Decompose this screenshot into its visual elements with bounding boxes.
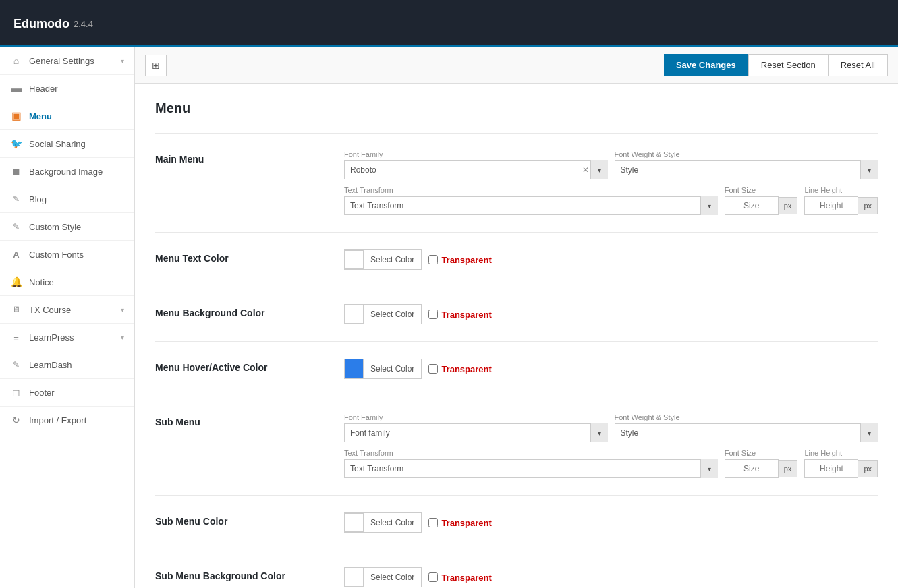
social-icon: 🐦 xyxy=(10,138,22,150)
main-menu-section: Main Menu Font Family Roboto ✕ ▾ xyxy=(155,133,878,232)
import-export-icon: ↻ xyxy=(10,414,22,426)
sub-line-height-label: Line Height xyxy=(804,449,878,457)
menu-text-transparent-wrap: Transparent xyxy=(428,255,491,265)
sub-menu-transparent-label: Transparent xyxy=(441,518,491,528)
menu-text-color-picker[interactable]: Select Color xyxy=(344,249,422,270)
main-menu-label: Main Menu xyxy=(155,150,344,165)
header-icon: ▬ xyxy=(10,82,22,94)
menu-bg-color-label: Menu Background Color xyxy=(155,304,344,318)
menu-bg-color-picker[interactable]: Select Color xyxy=(344,304,422,324)
font-family-select-wrap: Roboto ✕ ▾ xyxy=(344,160,608,179)
sub-menu-transparent-checkbox[interactable] xyxy=(428,518,438,527)
menu-hover-transparent-wrap: Transparent xyxy=(428,364,491,374)
menu-hover-transparent-checkbox[interactable] xyxy=(428,364,438,374)
sub-menu-color-section: Sub Menu Color Select Color Transparent xyxy=(155,495,878,550)
sidebar-item-learndash[interactable]: ✎ LearnDash xyxy=(0,351,134,379)
sub-font-size-input-wrap: px xyxy=(725,459,798,478)
menu-bg-transparent-wrap: Transparent xyxy=(428,310,491,320)
sub-menu-bg-color-picker[interactable]: Select Color xyxy=(344,567,422,587)
font-size-unit: px xyxy=(779,197,798,214)
reset-section-button[interactable]: Reset Section xyxy=(748,54,829,76)
sub-font-size-unit: px xyxy=(779,460,798,477)
sidebar-item-custom-style[interactable]: ✎ Custom Style xyxy=(0,213,134,241)
sidebar-item-background-image[interactable]: ◼ Background Image xyxy=(0,158,134,185)
top-bar: Edumodo 2.4.4 xyxy=(0,0,898,47)
menu-text-color-controls: Select Color Transparent xyxy=(344,249,878,270)
sub-font-row1: Font Family Font family ▾ Font Weight & … xyxy=(344,413,878,442)
font-family-select[interactable]: Roboto xyxy=(344,160,608,179)
font-row2: Text Transform Text Transform ▾ Font Siz… xyxy=(344,186,878,215)
sub-line-height-wrap: Line Height px xyxy=(804,449,878,478)
sidebar-item-notice[interactable]: 🔔 Notice xyxy=(0,268,134,296)
sub-font-family-select-wrap: Font family ▾ xyxy=(344,423,608,442)
sub-font-size-input[interactable] xyxy=(725,459,779,478)
sidebar-item-general-settings[interactable]: ⌂ General Settings ▾ xyxy=(0,47,134,75)
menu-hover-color-picker[interactable]: Select Color xyxy=(344,359,422,379)
sub-line-height-input[interactable] xyxy=(804,459,858,478)
sidebar-label-tx-course: TX Course xyxy=(29,305,71,315)
text-transform-wrap: Text Transform Text Transform ▾ xyxy=(344,186,718,215)
sidebar-item-header[interactable]: ▬ Header xyxy=(0,75,134,102)
app-version: 2.4.4 xyxy=(74,19,93,29)
sub-font-weight-label: Font Weight & Style xyxy=(615,413,878,421)
font-size-input[interactable] xyxy=(725,196,779,215)
sidebar-item-import-export[interactable]: ↻ Import / Export xyxy=(0,407,134,434)
sub-menu-bg-transparent-wrap: Transparent xyxy=(428,572,491,583)
grid-icon[interactable]: ⊞ xyxy=(145,55,167,76)
menu-bg-color-select-label: Select Color xyxy=(364,310,421,319)
sub-font-weight-select-wrap: Style ▾ xyxy=(615,423,878,442)
sub-menu-bg-transparent-checkbox[interactable] xyxy=(428,572,438,582)
menu-hover-color-label: Menu Hover/Active Color xyxy=(155,359,344,373)
font-size-wrap: Font Size px xyxy=(725,186,798,215)
clear-font-icon[interactable]: ✕ xyxy=(582,165,589,175)
sub-menu-color-label: Sub Menu Color xyxy=(155,512,344,527)
sidebar-item-footer[interactable]: ◻ Footer xyxy=(0,379,134,407)
menu-bg-transparent-checkbox[interactable] xyxy=(428,310,438,319)
font-size-input-wrap: px xyxy=(725,196,798,215)
sub-font-family-select[interactable]: Font family xyxy=(344,423,608,442)
sidebar-item-blog[interactable]: ✎ Blog xyxy=(0,185,134,213)
sub-menu-controls: Font Family Font family ▾ Font Weight & … xyxy=(344,413,878,478)
sidebar-label-custom-fonts: Custom Fonts xyxy=(29,249,84,260)
home-icon: ⌂ xyxy=(10,55,22,67)
main-content: ⊞ Save Changes Reset Section Reset All M… xyxy=(135,47,898,588)
sidebar-item-custom-fonts[interactable]: A Custom Fonts xyxy=(0,241,134,268)
sidebar-label-learnpress: LearnPress xyxy=(29,332,74,343)
menu-bg-transparent-label: Transparent xyxy=(441,310,491,320)
sub-menu-label: Sub Menu xyxy=(155,413,344,428)
sidebar-label-custom-style: Custom Style xyxy=(29,222,81,232)
save-changes-button[interactable]: Save Changes xyxy=(664,54,748,76)
sub-menu-color-controls: Select Color Transparent xyxy=(344,512,878,533)
learndash-icon: ✎ xyxy=(10,359,22,371)
sidebar-label-menu: Menu xyxy=(29,111,52,121)
sidebar-item-tx-course[interactable]: 🖥 TX Course ▾ xyxy=(0,296,134,324)
blog-icon: ✎ xyxy=(10,193,22,205)
font-weight-label: Font Weight & Style xyxy=(615,150,878,158)
sidebar-item-social-sharing[interactable]: 🐦 Social Sharing xyxy=(0,130,134,158)
line-height-input[interactable] xyxy=(804,196,858,215)
sub-menu-bg-color-label: Sub Menu Background Color xyxy=(155,567,344,581)
sidebar-item-learnpress[interactable]: ≡ LearnPress ▾ xyxy=(0,324,134,351)
reset-all-button[interactable]: Reset All xyxy=(829,54,888,76)
toolbar: ⊞ Save Changes Reset Section Reset All xyxy=(135,47,898,84)
sub-menu-bg-color-swatch xyxy=(345,568,364,587)
text-transform-label: Text Transform xyxy=(344,186,718,194)
footer-icon: ◻ xyxy=(10,386,22,399)
tx-course-icon: 🖥 xyxy=(10,303,22,316)
menu-bg-color-swatch xyxy=(345,305,364,324)
menu-hover-transparent-label: Transparent xyxy=(441,364,491,374)
toolbar-buttons: Save Changes Reset Section Reset All xyxy=(664,54,888,76)
fonts-icon: A xyxy=(10,248,22,260)
learnpress-icon: ≡ xyxy=(10,331,22,343)
text-transform-select[interactable]: Text Transform xyxy=(344,196,718,215)
sub-menu-bg-color-select-label: Select Color xyxy=(364,572,421,582)
sub-text-transform-select[interactable]: Text Transform xyxy=(344,459,718,478)
menu-hover-color-controls: Select Color Transparent xyxy=(344,359,878,379)
menu-text-transparent-checkbox[interactable] xyxy=(428,255,438,264)
sub-font-weight-select[interactable]: Style xyxy=(615,423,878,442)
sidebar-item-menu[interactable]: ▣ Menu xyxy=(0,102,134,130)
sub-font-size-label: Font Size xyxy=(725,449,798,457)
custom-style-icon: ✎ xyxy=(10,220,22,233)
sub-menu-color-picker[interactable]: Select Color xyxy=(344,512,422,533)
font-weight-select[interactable]: Style xyxy=(615,160,878,179)
